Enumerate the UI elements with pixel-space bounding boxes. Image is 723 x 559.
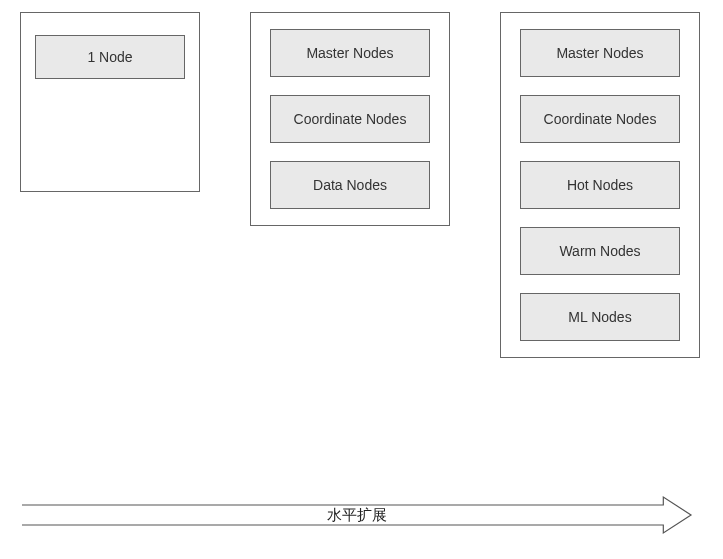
node-box: Data Nodes: [270, 161, 430, 209]
cluster-small: 1 Node: [20, 12, 200, 192]
arrow-label: 水平扩展: [321, 506, 393, 525]
cluster-large: Master Nodes Coordinate Nodes Hot Nodes …: [500, 12, 700, 358]
diagram-area: 1 Node Master Nodes Coordinate Nodes Dat…: [0, 0, 723, 358]
node-box: Coordinate Nodes: [270, 95, 430, 143]
node-box: Master Nodes: [270, 29, 430, 77]
node-box: Warm Nodes: [520, 227, 680, 275]
node-box: ML Nodes: [520, 293, 680, 341]
node-box: Coordinate Nodes: [520, 95, 680, 143]
scale-arrow: 水平扩展: [20, 495, 693, 535]
node-box: 1 Node: [35, 35, 185, 79]
node-box: Hot Nodes: [520, 161, 680, 209]
cluster-medium: Master Nodes Coordinate Nodes Data Nodes: [250, 12, 450, 226]
node-box: Master Nodes: [520, 29, 680, 77]
